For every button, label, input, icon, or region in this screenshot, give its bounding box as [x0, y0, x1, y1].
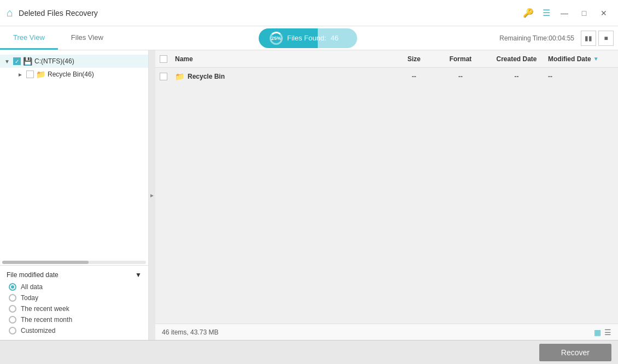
progress-circle: 25%: [270, 32, 283, 45]
view-icons: ▮▮ ■: [581, 31, 614, 46]
header-modified-date[interactable]: Modified Date ▼: [548, 55, 614, 63]
tree-area: ▼ 💾 C:(NTFS)(46) ► 📁 Recycle Bin(46): [0, 50, 148, 261]
remaining-time-value: 00:04:55: [549, 34, 574, 42]
status-icons: ▦ ☰: [594, 328, 611, 337]
radio-customized[interactable]: Customized: [9, 327, 142, 334]
header-created-date[interactable]: Created Date: [485, 55, 548, 63]
radio-group: All data Today The recent week The recen…: [7, 283, 142, 334]
row-format-cell: --: [436, 73, 485, 80]
header-checkbox[interactable]: [160, 55, 167, 63]
c-drive-label: C:(NTFS)(46): [34, 57, 74, 65]
row-folder-icon: 📁: [175, 72, 184, 81]
tree-item-c-drive[interactable]: ▼ 💾 C:(NTFS)(46): [0, 55, 148, 68]
tree-item-recycle-bin[interactable]: ► 📁 Recycle Bin(46): [0, 68, 148, 81]
sort-arrow-icon: ▼: [593, 56, 599, 62]
files-found-count: 46: [331, 34, 339, 42]
filter-panel: File modified date ▼ All data Today The …: [0, 265, 148, 340]
row-checkbox[interactable]: [160, 73, 167, 80]
sidebar: ▼ 💾 C:(NTFS)(46) ► 📁 Recycle Bin(46): [0, 50, 149, 340]
stop-button[interactable]: ■: [598, 31, 614, 46]
radio-recent-month[interactable]: The recent month: [9, 316, 142, 324]
filter-collapse-icon: ▼: [135, 271, 142, 279]
radio-all-data[interactable]: All data: [9, 283, 142, 291]
tab-bar: Tree View Files View 25% Files Found: 46…: [0, 26, 618, 50]
status-bar: 46 items, 43.73 MB ▦ ☰: [155, 324, 618, 340]
row-name-cell: 📁 Recycle Bin: [175, 72, 392, 81]
progress-area: 25% Files Found: 46: [116, 28, 499, 48]
radio-circle-recent-week: [9, 305, 16, 313]
main-container: Tree View Files View 25% Files Found: 46…: [0, 26, 618, 364]
table-body: 📁 Recycle Bin -- -- -- --: [155, 68, 618, 324]
tab-tree-view[interactable]: Tree View: [0, 26, 58, 50]
files-found-label: Files Found:: [287, 34, 327, 42]
progress-pill: 25% Files Found: 46: [259, 28, 357, 48]
header-name: Name: [175, 55, 392, 63]
filter-header[interactable]: File modified date ▼: [7, 271, 142, 279]
row-created-cell: --: [485, 73, 548, 80]
drive-icon: 💾: [23, 57, 32, 66]
filter-title: File modified date: [7, 271, 59, 279]
row-checkbox-col: [160, 73, 175, 80]
grid-view-icon[interactable]: ▦: [594, 328, 601, 337]
expand-arrow-c[interactable]: ▼: [4, 58, 13, 64]
header-size[interactable]: Size: [392, 55, 436, 63]
key-icon[interactable]: 🔑: [521, 5, 536, 20]
radio-circle-customized: [9, 327, 16, 334]
radio-recent-week[interactable]: The recent week: [9, 305, 142, 313]
recycle-bin-label: Recycle Bin(46): [48, 71, 94, 78]
tab-files-view[interactable]: Files View: [58, 26, 116, 50]
close-button[interactable]: ✕: [596, 5, 611, 21]
content-area: ▼ 💾 C:(NTFS)(46) ► 📁 Recycle Bin(46): [0, 50, 618, 340]
list-view-icon[interactable]: ☰: [604, 328, 611, 337]
file-area: Name Size Format Created Date Modified D…: [155, 50, 618, 340]
table-row[interactable]: 📁 Recycle Bin -- -- -- --: [155, 68, 618, 85]
action-bar: Recover: [0, 340, 618, 364]
app-title: Deleted Files Recovery: [19, 9, 521, 17]
row-modified-cell: --: [548, 73, 614, 80]
status-text: 46 items, 43.73 MB: [162, 328, 218, 336]
maximize-button[interactable]: □: [576, 5, 592, 21]
radio-circle-recent-month: [9, 316, 16, 324]
row-size-cell: --: [392, 73, 436, 80]
checkbox-recycle-bin[interactable]: [26, 71, 34, 78]
minimize-button[interactable]: —: [557, 5, 572, 21]
title-bar: ⌂ Deleted Files Recovery 🔑 ☰ — □ ✕: [0, 0, 618, 26]
remaining-time-area: Remaining Time: 00:04:55: [499, 34, 574, 42]
sidebar-collapse-handle[interactable]: ►: [149, 50, 155, 340]
home-icon[interactable]: ⌂: [7, 7, 13, 19]
folder-icon-recycle: 📁: [36, 70, 45, 79]
radio-today[interactable]: Today: [9, 294, 142, 302]
table-header: Name Size Format Created Date Modified D…: [155, 50, 618, 68]
window-controls: 🔑 ☰ — □ ✕: [521, 5, 611, 21]
expand-arrow-recycle[interactable]: ►: [18, 72, 26, 78]
radio-circle-today: [9, 294, 16, 302]
recover-button[interactable]: Recover: [539, 344, 611, 361]
checkbox-c-drive[interactable]: [13, 57, 21, 65]
menu-icon[interactable]: ☰: [540, 5, 552, 20]
pause-button[interactable]: ▮▮: [581, 31, 596, 46]
radio-circle-all-data: [9, 283, 16, 291]
header-format[interactable]: Format: [436, 55, 485, 63]
header-checkbox-col: [160, 55, 175, 63]
